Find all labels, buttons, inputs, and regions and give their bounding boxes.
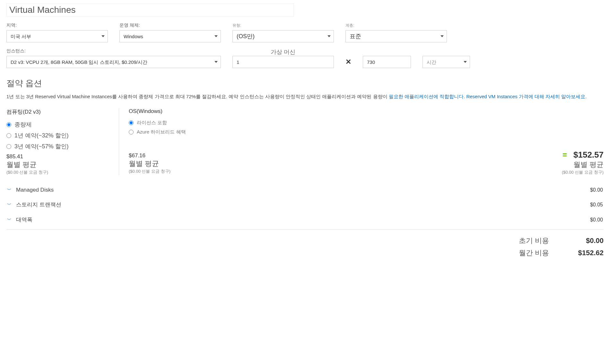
chevron-down-icon: ﹀	[7, 202, 12, 208]
chevron-down-icon: ﹀	[7, 217, 12, 223]
region-label: 지역:	[6, 22, 108, 28]
compute-radio-1yr[interactable]	[6, 133, 11, 138]
compute-radio-payg[interactable]	[6, 122, 11, 127]
time-unit-select[interactable]: 시간	[423, 56, 470, 68]
os-price-sub: ($0.00 선불 요금 청구)	[129, 169, 222, 174]
type-select[interactable]: (OS만)	[232, 30, 334, 42]
instance-select[interactable]: D2 v3: VCPU 2개, 8GB RAM, 50GB 임시 스토리지, $…	[6, 56, 221, 68]
upfront-cost-row: 초기 비용 $0.00	[510, 236, 604, 246]
managed-disks-price: $0.00	[590, 187, 603, 193]
os-price-label: 월별 평균	[129, 159, 222, 169]
upfront-cost-value: $0.00	[568, 237, 604, 245]
vm-count-input[interactable]	[232, 56, 334, 68]
type-label: 유형:	[232, 23, 334, 28]
savings-description: 1년 또는 3년 Reserved Virtual Machine Instan…	[6, 93, 604, 100]
tier-label: 계층:	[345, 23, 447, 28]
region-select[interactable]: 미국 서부	[6, 30, 108, 42]
monthly-cost-label: 월간 비용	[510, 248, 549, 258]
compute-option-payg[interactable]: 종량제	[6, 121, 109, 128]
equals-icon: =	[562, 151, 567, 160]
monthly-cost-row: 월간 비용 $152.62	[510, 248, 604, 258]
vm-count-label: 가상 머신	[232, 48, 334, 56]
compute-column: 컴퓨팅(D2 v3) 종량제 1년 예약(~32% 할인) 3년 예약(~57%…	[6, 108, 119, 175]
chevron-down-icon: ﹀	[7, 187, 12, 193]
storage-transactions-row[interactable]: ﹀ 스토리지 트랜잭션 $0.05	[6, 197, 604, 212]
os-option-included[interactable]: 라이선스 포함	[129, 120, 222, 126]
os-price: $67.16	[129, 152, 222, 159]
os-column: OS(Windows) 라이선스 포함 Azure 하이브리드 혜택 $67.1…	[119, 108, 231, 175]
multiply-icon: ✕	[345, 58, 351, 68]
subtotal-value: $152.57	[573, 150, 604, 160]
subtotal-label: 월별 평균	[573, 160, 604, 169]
os-option-hybrid[interactable]: Azure 하이브리드 혜택	[129, 129, 222, 135]
reserved-instances-link[interactable]: 필요한 애플리케이션에 적합합니다. Reserved VM Instances…	[389, 94, 587, 99]
compute-option-3yr[interactable]: 3년 예약(~57% 할인)	[6, 143, 109, 150]
savings-title: 절약 옵션	[6, 78, 604, 89]
os-select[interactable]: Windows	[119, 30, 221, 42]
bandwidth-price: $0.00	[590, 217, 603, 223]
managed-disks-label: Managed Disks	[16, 187, 54, 193]
savings-options-row: 컴퓨팅(D2 v3) 종량제 1년 예약(~32% 할인) 3년 예약(~57%…	[6, 108, 604, 175]
storage-transactions-price: $0.05	[590, 202, 603, 208]
os-col-title: OS(Windows)	[129, 108, 222, 115]
page-title: Virtual Machines	[6, 3, 294, 17]
storage-transactions-label: 스토리지 트랜잭션	[16, 201, 61, 208]
tier-select[interactable]: 표준	[345, 30, 447, 42]
compute-radio-3yr[interactable]	[6, 144, 11, 149]
summary-section: 초기 비용 $0.00 월간 비용 $152.62	[6, 236, 604, 258]
bandwidth-label: 대역폭	[16, 216, 32, 223]
hours-input[interactable]	[363, 56, 411, 68]
os-radio-hybrid[interactable]	[129, 130, 134, 134]
config-row-2: 인스턴스: D2 v3: VCPU 2개, 8GB RAM, 50GB 임시 스…	[6, 48, 604, 68]
instance-label: 인스턴스:	[6, 48, 221, 54]
upfront-cost-label: 초기 비용	[510, 236, 549, 246]
compute-price-sub: ($0.00 선불 요금 청구)	[6, 169, 109, 175]
subtotal-column: = $152.57 월별 평균 ($0.00 선불 요금 청구)	[562, 108, 604, 175]
compute-price: $85.41	[6, 153, 109, 160]
config-row-1: 지역: 미국 서부 운영 체제: Windows 유형: (OS만) 계층: 표…	[6, 22, 604, 42]
os-label: 운영 체제:	[119, 22, 221, 28]
summary-divider	[6, 229, 604, 230]
compute-title: 컴퓨팅(D2 v3)	[6, 108, 109, 116]
compute-option-1yr[interactable]: 1년 예약(~32% 할인)	[6, 132, 109, 139]
bandwidth-row[interactable]: ﹀ 대역폭 $0.00	[6, 212, 604, 227]
os-radio-included[interactable]	[129, 120, 134, 125]
monthly-cost-value: $152.62	[568, 249, 604, 257]
subtotal-sub: ($0.00 선불 요금 청구)	[562, 169, 604, 175]
managed-disks-row[interactable]: ﹀ Managed Disks $0.00	[6, 183, 604, 197]
compute-price-label: 월별 평균	[6, 160, 109, 169]
